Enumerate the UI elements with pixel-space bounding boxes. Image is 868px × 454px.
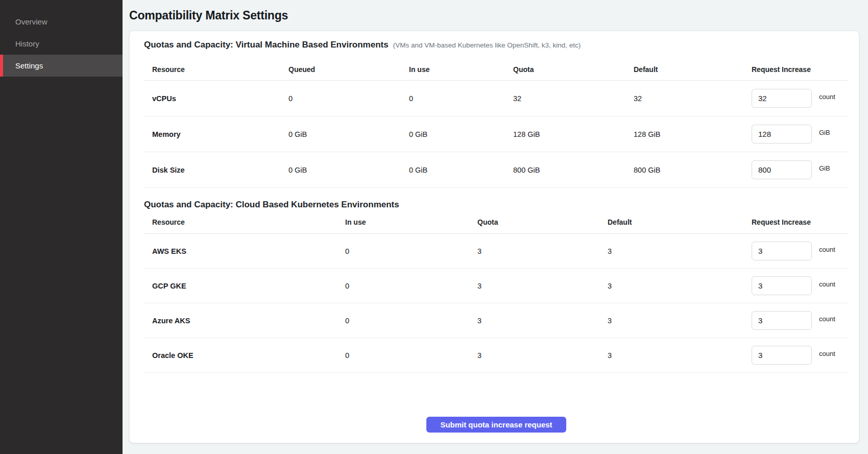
queued-value: 0 (288, 94, 409, 103)
in-use-value: 0 GiB (409, 130, 513, 138)
unit-label: count (819, 280, 835, 288)
cloud-table-header: Resource In use Quota Default Request In… (144, 210, 849, 234)
default-value: 128 GiB (634, 130, 752, 138)
unit-label: GiB (819, 129, 830, 136)
page-title: Compatibility Matrix Settings (129, 8, 859, 22)
gcp-gke-request-input[interactable] (752, 276, 812, 295)
request-increase-cell: count (752, 276, 849, 295)
vcpus-request-input[interactable] (752, 89, 812, 108)
unit-label: count (819, 93, 835, 101)
quota-value: 3 (477, 282, 608, 290)
table-row-memory: Memory 0 GiB 0 GiB 128 GiB 128 GiB GiB (144, 116, 849, 152)
resource-name: vCPUs (152, 94, 288, 103)
sidebar-nav: Overview History Settings (0, 11, 123, 77)
resource-name: AWS EKS (152, 247, 345, 255)
table-row-aws-eks: AWS EKS 0 3 3 count (144, 234, 849, 269)
default-value: 3 (608, 247, 752, 255)
column-header-queued: Queued (288, 65, 409, 74)
in-use-value: 0 (345, 317, 477, 325)
azure-aks-request-input[interactable] (752, 311, 812, 330)
vm-quota-table: Resource Queued In use Quota Default Req… (144, 58, 849, 188)
column-header-in-use: In use (345, 218, 477, 226)
default-value: 32 (634, 94, 752, 103)
in-use-value: 0 (345, 351, 477, 360)
quota-value: 3 (477, 351, 608, 360)
aws-eks-request-input[interactable] (752, 242, 812, 260)
submit-quota-increase-button[interactable]: Submit quota increase request (426, 417, 566, 433)
column-header-quota: Quota (513, 65, 634, 74)
vm-section-title: Quotas and Capacity: Virtual Machine Bas… (144, 39, 389, 51)
app-window: Overview History Settings Compatibility … (0, 0, 868, 454)
column-header-default: Default (608, 218, 752, 226)
sidebar-item-history[interactable]: History (0, 33, 123, 55)
vm-section-header: Quotas and Capacity: Virtual Machine Bas… (144, 39, 849, 51)
settings-card: Quotas and Capacity: Virtual Machine Bas… (129, 31, 859, 443)
request-increase-cell: GiB (752, 160, 849, 179)
quota-value: 32 (513, 94, 634, 103)
queued-value: 0 GiB (288, 130, 409, 138)
vm-section-subtitle: (VMs and VM-based Kubernetes like OpenSh… (393, 40, 581, 51)
oracle-oke-request-input[interactable] (752, 346, 812, 365)
sidebar-item-overview[interactable]: Overview (0, 11, 123, 33)
table-row-gcp-gke: GCP GKE 0 3 3 count (144, 269, 849, 303)
cloud-section-header: Quotas and Capacity: Cloud Based Kuberne… (144, 199, 849, 210)
unit-label: GiB (819, 164, 830, 172)
column-header-request-increase: Request Increase (752, 65, 849, 74)
quota-value: 800 GiB (513, 166, 634, 174)
queued-value: 0 GiB (288, 166, 409, 174)
column-header-default: Default (634, 65, 752, 74)
column-header-request-increase: Request Increase (752, 218, 849, 226)
quota-value: 3 (477, 317, 608, 325)
request-increase-cell: count (752, 242, 849, 260)
in-use-value: 0 (409, 94, 513, 103)
table-row-azure-aks: Azure AKS 0 3 3 count (144, 303, 849, 338)
resource-name: Azure AKS (152, 317, 345, 325)
table-row-oracle-oke: Oracle OKE 0 3 3 count (144, 338, 849, 373)
table-row-disk-size: Disk Size 0 GiB 0 GiB 800 GiB 800 GiB Gi… (144, 152, 849, 188)
table-row-vcpus: vCPUs 0 0 32 32 count (144, 81, 849, 116)
column-header-in-use: In use (409, 65, 513, 74)
disk-size-request-input[interactable] (752, 160, 812, 179)
resource-name: Oracle OKE (152, 351, 345, 360)
memory-request-input[interactable] (752, 125, 812, 144)
sidebar-item-label: History (15, 39, 39, 48)
request-increase-cell: count (752, 346, 849, 365)
in-use-value: 0 (345, 282, 477, 290)
sidebar: Overview History Settings (0, 0, 123, 454)
unit-label: count (819, 246, 835, 253)
quota-value: 128 GiB (513, 130, 634, 138)
sidebar-item-label: Settings (15, 61, 43, 70)
resource-name: GCP GKE (152, 282, 345, 290)
cloud-section-title: Quotas and Capacity: Cloud Based Kuberne… (144, 199, 399, 210)
cloud-quota-table: Resource In use Quota Default Request In… (144, 210, 849, 373)
default-value: 3 (608, 317, 752, 325)
in-use-value: 0 GiB (409, 166, 513, 174)
in-use-value: 0 (345, 247, 477, 255)
request-increase-cell: count (752, 311, 849, 330)
resource-name: Memory (152, 130, 288, 138)
unit-label: count (819, 315, 835, 323)
unit-label: count (819, 350, 835, 357)
default-value: 3 (608, 351, 752, 360)
column-header-resource: Resource (152, 65, 288, 74)
default-value: 800 GiB (634, 166, 752, 174)
request-increase-cell: GiB (752, 125, 849, 144)
quota-value: 3 (477, 247, 608, 255)
column-header-quota: Quota (477, 218, 608, 226)
resource-name: Disk Size (152, 166, 288, 174)
vm-table-header: Resource Queued In use Quota Default Req… (144, 58, 849, 81)
request-increase-cell: count (752, 89, 849, 108)
main-content: Compatibility Matrix Settings Quotas and… (123, 0, 868, 454)
column-header-resource: Resource (152, 218, 345, 226)
sidebar-item-settings[interactable]: Settings (0, 55, 123, 77)
submit-row: Submit quota increase request (144, 417, 849, 433)
default-value: 3 (608, 282, 752, 290)
sidebar-item-label: Overview (15, 17, 47, 26)
